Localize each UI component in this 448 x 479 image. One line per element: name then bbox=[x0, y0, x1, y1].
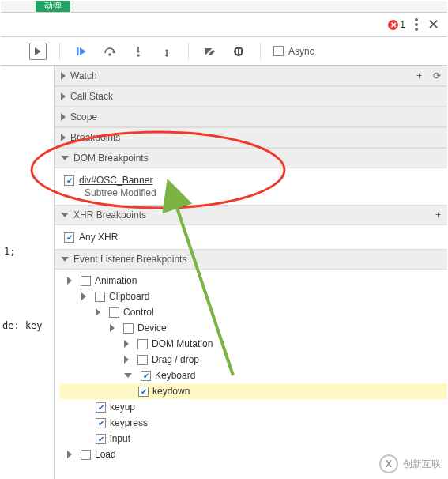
close-icon[interactable]: ✕ bbox=[427, 17, 439, 32]
async-label: Async bbox=[288, 46, 314, 57]
code-gutter: 1; de: key bbox=[1, 66, 55, 479]
async-toggle[interactable]: Async bbox=[273, 46, 314, 57]
tree-checkbox[interactable] bbox=[109, 307, 119, 318]
tree-label: Device bbox=[137, 322, 167, 334]
tree-item-input[interactable]: input bbox=[59, 431, 447, 447]
chevron-right-icon bbox=[67, 451, 72, 458]
section-watch[interactable]: Watch + ⟳ bbox=[55, 66, 447, 86]
svg-marker-2 bbox=[80, 47, 86, 55]
svg-rect-10 bbox=[236, 49, 238, 54]
error-icon: ✕ bbox=[388, 20, 398, 30]
any-xhr-checkbox[interactable] bbox=[64, 232, 74, 243]
code-snippet: de: key bbox=[2, 320, 43, 331]
dom-breakpoint-entry[interactable]: div#OSC_Banner bbox=[61, 172, 447, 189]
tree-label: DOM Mutation bbox=[152, 338, 213, 349]
chevron-right-icon bbox=[61, 92, 66, 100]
tree-item-keyboard[interactable]: Keyboard bbox=[59, 368, 447, 383]
chevron-right-icon bbox=[67, 277, 72, 285]
tree-checkbox[interactable] bbox=[141, 371, 151, 381]
any-xhr-label: Any XHR bbox=[79, 232, 118, 243]
deactivate-breakpoints-icon[interactable] bbox=[201, 43, 219, 60]
tree-item-keyup[interactable]: keyup bbox=[59, 399, 447, 415]
separator bbox=[188, 43, 189, 60]
tree-checkbox[interactable] bbox=[81, 450, 91, 460]
add-watch-icon[interactable]: + bbox=[416, 70, 422, 81]
svg-point-9 bbox=[234, 47, 243, 56]
dom-breakpoint-type: Subtree Modified bbox=[61, 187, 447, 198]
tree-label: input bbox=[110, 433, 130, 444]
tree-item-device[interactable]: Device bbox=[59, 320, 447, 336]
section-dom-breakpoints[interactable]: DOM Breakpoints bbox=[55, 148, 447, 168]
chevron-right-icon bbox=[110, 324, 115, 332]
section-title: DOM Breakpoints bbox=[73, 153, 149, 164]
add-xhr-breakpoint-icon[interactable]: + bbox=[435, 209, 441, 221]
tree-item-clipboard[interactable]: Clipboard bbox=[59, 289, 447, 304]
tree-checkbox[interactable] bbox=[123, 323, 134, 334]
dom-breakpoint-checkbox[interactable] bbox=[64, 175, 74, 186]
tree-label: Keyboard bbox=[155, 370, 195, 381]
chevron-down-icon bbox=[124, 373, 132, 378]
chevron-right-icon bbox=[124, 356, 129, 364]
tree-label: keypress bbox=[110, 417, 148, 428]
tab-dontan[interactable]: 动弹 bbox=[36, 1, 70, 12]
svg-point-5 bbox=[137, 54, 140, 57]
tree-item-control[interactable]: Control bbox=[59, 304, 447, 320]
refresh-icon[interactable]: ⟳ bbox=[433, 70, 441, 81]
tree-label: Animation bbox=[95, 275, 137, 286]
record-icon[interactable] bbox=[29, 43, 47, 60]
watermark-text: 创新互联 bbox=[403, 458, 441, 471]
section-title: XHR Breakpoints bbox=[73, 209, 146, 221]
svg-point-7 bbox=[165, 54, 168, 57]
section-call-stack[interactable]: Call Stack bbox=[55, 86, 447, 107]
error-indicator[interactable]: ✕ 1 bbox=[388, 19, 405, 30]
chevron-down-icon bbox=[61, 257, 69, 262]
tree-checkbox[interactable] bbox=[81, 276, 91, 286]
any-xhr-row[interactable]: Any XHR bbox=[61, 228, 447, 246]
chevron-right-icon bbox=[124, 340, 129, 348]
pause-on-exceptions-icon[interactable] bbox=[230, 43, 247, 60]
chevron-right-icon bbox=[96, 308, 100, 316]
tree-label: Drag / drop bbox=[152, 354, 199, 365]
chevron-down-icon bbox=[61, 156, 69, 160]
section-xhr-breakpoints[interactable]: XHR Breakpoints + bbox=[55, 205, 447, 225]
async-checkbox[interactable] bbox=[273, 46, 284, 56]
step-over-icon[interactable] bbox=[101, 43, 119, 60]
tree-checkbox[interactable] bbox=[96, 434, 106, 444]
section-event-listener-breakpoints[interactable]: Event Listener Breakpoints bbox=[55, 249, 447, 270]
watermark-logo-icon: X bbox=[379, 454, 398, 473]
step-into-icon[interactable] bbox=[130, 43, 147, 60]
tree-checkbox[interactable] bbox=[137, 339, 148, 349]
watermark: X 创新互联 bbox=[379, 454, 441, 473]
tree-item-keydown[interactable]: keydown bbox=[59, 383, 447, 399]
tree-checkbox[interactable] bbox=[137, 355, 148, 365]
tree-item-drag-drop[interactable]: Drag / drop bbox=[59, 352, 447, 368]
tree-checkbox[interactable] bbox=[96, 402, 106, 413]
tree-item-animation[interactable]: Animation bbox=[59, 273, 447, 289]
dom-breakpoint-selector: div#OSC_Banner bbox=[79, 175, 152, 186]
section-title: Call Stack bbox=[70, 91, 113, 102]
tree-checkbox[interactable] bbox=[138, 387, 149, 397]
separator bbox=[59, 43, 60, 60]
chevron-right-icon bbox=[81, 292, 86, 300]
chevron-right-icon bbox=[61, 113, 66, 121]
section-title: Scope bbox=[70, 111, 97, 123]
svg-rect-1 bbox=[77, 47, 79, 55]
kebab-menu-icon[interactable] bbox=[415, 18, 418, 31]
error-count: 1 bbox=[400, 19, 405, 30]
chevron-right-icon bbox=[61, 72, 66, 80]
tree-item-keypress[interactable]: keypress bbox=[59, 415, 447, 431]
tree-checkbox[interactable] bbox=[96, 418, 106, 428]
section-scope[interactable]: Scope bbox=[55, 107, 447, 127]
tree-checkbox[interactable] bbox=[95, 292, 105, 302]
tree-label: keyup bbox=[110, 402, 135, 413]
section-title: Event Listener Breakpoints bbox=[73, 254, 186, 265]
tree-item-dom-mutation[interactable]: DOM Mutation bbox=[59, 336, 447, 352]
tree-label: Clipboard bbox=[109, 291, 149, 302]
step-out-icon[interactable] bbox=[158, 43, 175, 60]
resume-script-icon[interactable] bbox=[73, 43, 90, 60]
section-title: Watch bbox=[70, 70, 97, 81]
section-breakpoints[interactable]: Breakpoints bbox=[55, 127, 447, 148]
tree-label: keydown bbox=[152, 386, 190, 397]
svg-point-3 bbox=[108, 53, 111, 56]
svg-rect-11 bbox=[239, 49, 241, 54]
